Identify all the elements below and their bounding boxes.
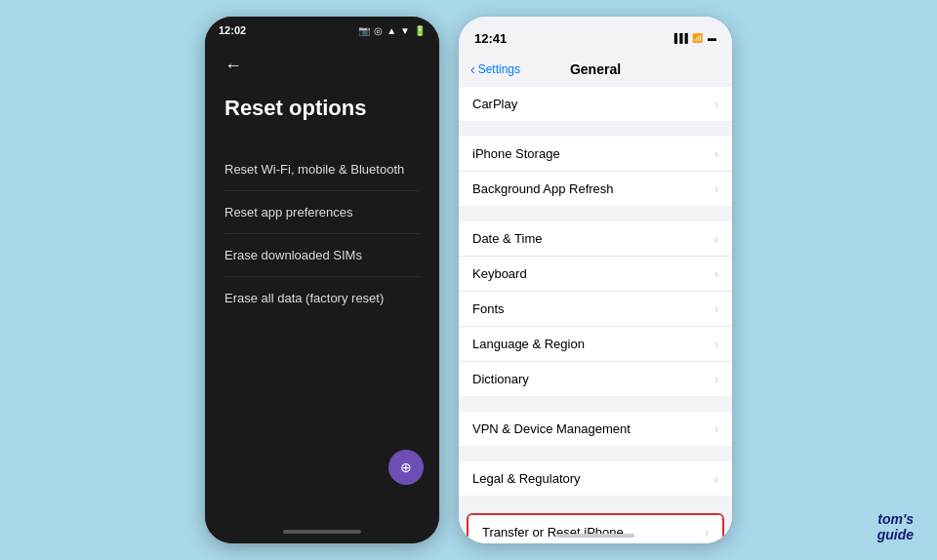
android-signal-icon: ▼ bbox=[400, 25, 410, 36]
iphone-row-language-label: Language & Region bbox=[472, 337, 585, 351]
iphone-row-dictionary-label: Dictionary bbox=[472, 372, 529, 386]
iphone-row-vpn-chevron: › bbox=[714, 422, 718, 436]
iphone-row-storage-chevron: › bbox=[714, 147, 718, 161]
iphone-row-dictionary-chevron: › bbox=[714, 373, 718, 386]
toms-guide-line2: guide bbox=[877, 527, 914, 542]
iphone-row-legal[interactable]: Legal & Regulatory › bbox=[459, 461, 732, 496]
iphone-row-bg-refresh-label: Background App Refresh bbox=[472, 181, 614, 196]
android-fab-icon: ⊕ bbox=[400, 460, 412, 475]
android-home-bar bbox=[283, 530, 361, 534]
iphone-row-fonts-chevron: › bbox=[714, 302, 718, 316]
iphone-home-bar bbox=[556, 534, 634, 538]
iphone-row-language-region[interactable]: Language & Region › bbox=[459, 327, 732, 362]
android-menu-item-2[interactable]: Erase downloaded SIMs bbox=[224, 234, 420, 277]
android-fab-button[interactable]: ⊕ bbox=[388, 450, 424, 485]
iphone-row-date-time-chevron: › bbox=[714, 232, 718, 246]
toms-guide-line1: tom's bbox=[877, 511, 914, 527]
iphone-row-legal-chevron: › bbox=[714, 472, 718, 486]
android-battery-icon: 🔋 bbox=[414, 25, 426, 36]
section-gap-3 bbox=[459, 404, 732, 412]
iphone-row-date-time-label: Date & Time bbox=[472, 231, 543, 246]
iphone-battery-icon: ▬ bbox=[708, 33, 716, 43]
iphone-row-keyboard[interactable]: Keyboard › bbox=[459, 257, 732, 292]
android-menu-item-3[interactable]: Erase all data (factory reset) bbox=[224, 277, 420, 319]
section-gap-4 bbox=[459, 454, 732, 461]
iphone-row-date-time[interactable]: Date & Time › bbox=[459, 221, 732, 257]
iphone-back-button[interactable]: ‹ Settings bbox=[470, 61, 520, 77]
iphone-row-language-chevron: › bbox=[714, 338, 718, 351]
iphone-section-storage: iPhone Storage › Background App Refresh … bbox=[459, 137, 732, 206]
iphone-row-keyboard-chevron: › bbox=[714, 267, 718, 281]
android-status-bar: 12:02 📷 ◎ ▲ ▼ 🔋 bbox=[205, 17, 439, 44]
iphone: 12:41 ▐▐▐ 📶 ▬ ‹ Settings General bbox=[459, 17, 732, 543]
iphone-section-carplay: CarPlay › bbox=[459, 87, 732, 121]
iphone-status-icons: ▐▐▐ 📶 ▬ bbox=[672, 33, 716, 43]
android-back-button[interactable]: ← bbox=[224, 56, 420, 76]
android-content: ← Reset options Reset Wi-Fi, mobile & Bl… bbox=[205, 44, 439, 543]
iphone-row-transfer-wrapper: Transfer or Reset iPhone › bbox=[467, 513, 724, 543]
iphone-row-fonts-label: Fonts bbox=[472, 301, 505, 316]
iphone-section-datetime: Date & Time › Keyboard › Fonts › Languag… bbox=[459, 221, 732, 396]
android-circle-icon: ◎ bbox=[374, 25, 383, 36]
iphone-row-bg-refresh[interactable]: Background App Refresh › bbox=[459, 172, 732, 206]
iphone-nav-bar: ‹ Settings General bbox=[459, 52, 732, 87]
section-gap-5 bbox=[459, 503, 732, 511]
iphone-back-chevron: ‹ bbox=[470, 61, 475, 77]
android-status-icons: 📷 ◎ ▲ ▼ 🔋 bbox=[358, 25, 426, 36]
iphone-row-transfer-chevron: › bbox=[705, 526, 709, 540]
android-time: 12:02 bbox=[219, 24, 246, 36]
iphone-signal-icon: ▐▐▐ bbox=[672, 33, 687, 43]
iphone-back-label: Settings bbox=[478, 62, 520, 76]
iphone-nav-title: General bbox=[570, 61, 621, 77]
android-menu-item-0[interactable]: Reset Wi-Fi, mobile & Bluetooth bbox=[224, 148, 420, 191]
iphone-row-bg-refresh-chevron: › bbox=[714, 182, 718, 196]
toms-guide-branding: tom's guide bbox=[877, 512, 914, 542]
android-camera-icon: 📷 bbox=[358, 25, 370, 36]
iphone-row-legal-label: Legal & Regulatory bbox=[472, 471, 581, 486]
section-gap-1 bbox=[459, 129, 732, 137]
section-gap-2 bbox=[459, 214, 732, 221]
iphone-row-keyboard-label: Keyboard bbox=[472, 266, 527, 281]
iphone-row-transfer[interactable]: Transfer or Reset iPhone › bbox=[468, 515, 722, 543]
iphone-row-iphone-storage[interactable]: iPhone Storage › bbox=[459, 137, 732, 172]
iphone-section-vpn: VPN & Device Management › bbox=[459, 412, 732, 446]
iphone-row-carplay-chevron: › bbox=[714, 98, 718, 111]
iphone-row-storage-label: iPhone Storage bbox=[472, 146, 560, 161]
iphone-wifi-icon: 📶 bbox=[692, 33, 703, 43]
iphone-row-carplay[interactable]: CarPlay › bbox=[459, 87, 732, 121]
android-menu-list: Reset Wi-Fi, mobile & Bluetooth Reset ap… bbox=[224, 148, 420, 319]
android-menu-item-1[interactable]: Reset app preferences bbox=[224, 191, 420, 234]
iphone-section-legal: Legal & Regulatory › bbox=[459, 461, 732, 496]
iphone-row-carplay-label: CarPlay bbox=[472, 97, 517, 111]
iphone-row-dictionary[interactable]: Dictionary › bbox=[459, 362, 732, 396]
android-phone: 12:02 📷 ◎ ▲ ▼ 🔋 ← Reset options Reset Wi… bbox=[205, 17, 439, 543]
iphone-scroll-content: CarPlay › iPhone Storage › Background Ap… bbox=[459, 87, 732, 543]
iphone-status-bar: 12:41 ▐▐▐ 📶 ▬ bbox=[459, 17, 732, 52]
iphone-row-vpn-label: VPN & Device Management bbox=[472, 421, 631, 436]
iphone-time: 12:41 bbox=[474, 31, 507, 46]
iphone-row-vpn[interactable]: VPN & Device Management › bbox=[459, 412, 732, 446]
iphone-row-fonts[interactable]: Fonts › bbox=[459, 292, 732, 327]
android-page-title: Reset options bbox=[224, 96, 420, 121]
android-wifi-icon: ▲ bbox=[387, 25, 396, 36]
